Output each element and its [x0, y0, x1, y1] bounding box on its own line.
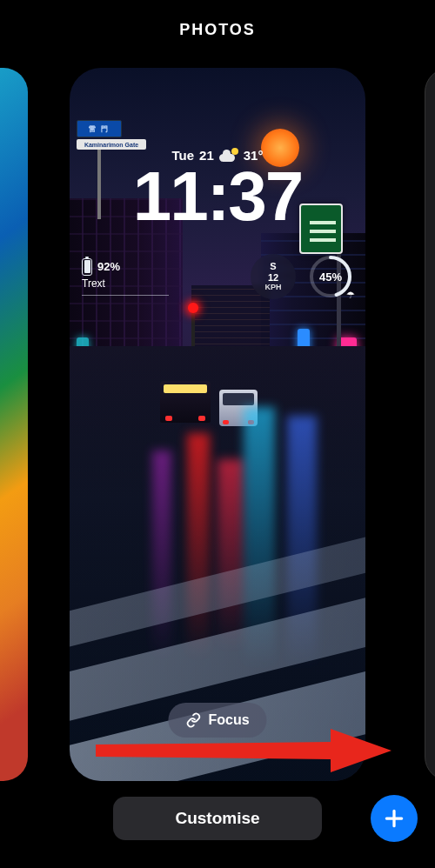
battery-percent: 92%: [97, 260, 120, 273]
battery-icon: [82, 258, 92, 276]
wind-unit: KPH: [264, 283, 281, 291]
focus-button[interactable]: Focus: [168, 703, 266, 738]
widget-row: 92% Trext S 12 KPH 45% ☂: [82, 250, 353, 303]
lockscreen-time: 11:37: [70, 162, 365, 231]
wind-speed: 12: [268, 272, 278, 284]
wallpaper-card[interactable]: 雷 門 Kaminarimon Gate Tue 21 31° 11:37 92…: [70, 68, 365, 781]
wallpaper-gallery-screen: PHOTOS: [0, 0, 435, 868]
precipitation-ring-widget[interactable]: 45% ☂: [308, 254, 353, 299]
wind-direction: S: [270, 261, 276, 272]
battery-label: Trext: [82, 277, 105, 290]
add-wallpaper-button[interactable]: [371, 795, 418, 842]
focus-label: Focus: [208, 712, 249, 728]
prev-wallpaper-peek[interactable]: [0, 68, 28, 781]
plus-icon: [383, 807, 405, 830]
umbrella-icon: ☂: [346, 290, 355, 301]
customise-label: Customise: [175, 809, 259, 828]
battery-widget[interactable]: 92% Trext: [82, 258, 169, 296]
link-icon: [185, 712, 201, 728]
customise-button[interactable]: Customise: [113, 797, 322, 840]
category-title: PHOTOS: [0, 21, 435, 39]
wind-widget[interactable]: S 12 KPH: [251, 254, 296, 299]
next-wallpaper-peek[interactable]: [425, 68, 435, 781]
street-sign-top: 雷 門: [77, 120, 122, 137]
